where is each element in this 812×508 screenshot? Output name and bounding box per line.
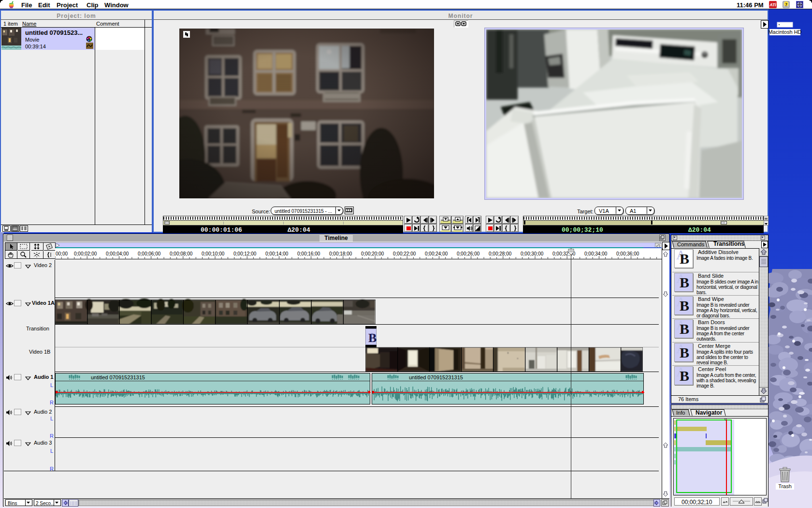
svg-text:ATi: ATi [769,2,776,7]
svg-text:?: ? [785,2,787,7]
svg-text:Trash: Trash [778,483,792,489]
svg-text:Macintosh HD: Macintosh HD [768,29,801,35]
